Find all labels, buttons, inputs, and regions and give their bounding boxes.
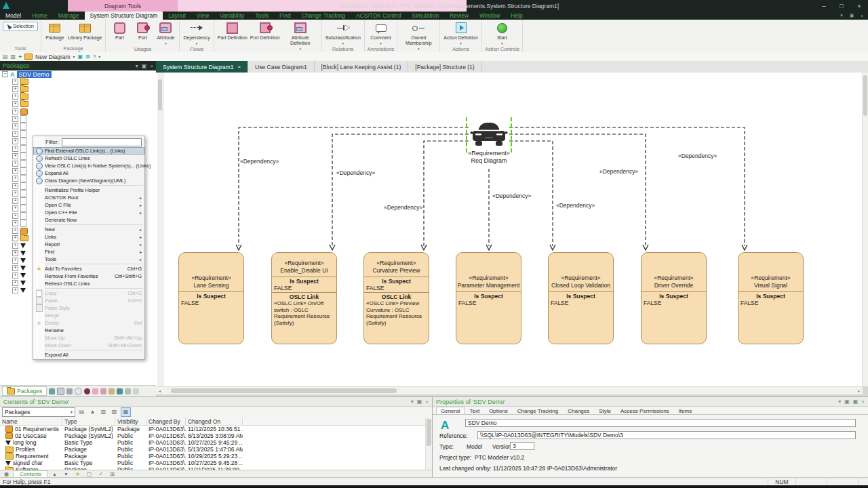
- collapse-box-icon[interactable]: −: [2, 71, 8, 77]
- context-menu-merge[interactable]: Merge: [33, 312, 144, 319]
- profile-tools-icon[interactable]: [49, 388, 55, 394]
- close-button[interactable]: ×: [850, 0, 868, 12]
- details-view-icon[interactable]: ▦: [121, 407, 131, 417]
- restore-button[interactable]: □: [833, 0, 850, 12]
- mdi-restore-button[interactable]: ▣: [847, 12, 856, 20]
- car-icon[interactable]: [470, 120, 508, 148]
- requirement-node-parameter-management[interactable]: «Requirement»Parameter ManagementIs Susp…: [456, 252, 521, 344]
- ribbon-port-button[interactable]: Port: [132, 20, 153, 46]
- new-document-icon[interactable]: ▤: [3, 54, 8, 60]
- document-tab-use-case-diagram1[interactable]: Use Case Diagram1: [248, 61, 315, 73]
- float-panel-icon[interactable]: ▣: [844, 399, 850, 405]
- context-menu-find-external-oslc-link-s-links[interactable]: Find External OSLC Link(s)... (Links): [33, 147, 144, 155]
- reference-field[interactable]: [477, 431, 856, 439]
- column-header-changed-by[interactable]: Changed By: [146, 418, 186, 425]
- requirement-node-visual-signal[interactable]: «Requirement»Visual SignalIs SuspectFALS…: [738, 252, 804, 344]
- ribbon-attribute-definition-button[interactable]: Attribute Definition▾: [282, 20, 319, 52]
- menu-simulation[interactable]: Simulation: [407, 12, 445, 20]
- menu-home[interactable]: Home: [26, 12, 53, 20]
- panel-menu-caret-icon[interactable]: ▾: [136, 63, 138, 69]
- dictionary-icon[interactable]: [57, 388, 64, 395]
- ribbon-part-definition-button[interactable]: Part Definition: [217, 20, 248, 52]
- ribbon-attribute-button[interactable]: Attribute▾: [155, 20, 176, 46]
- group-view-icon[interactable]: ▥: [99, 408, 108, 416]
- expand-box-icon[interactable]: +: [12, 123, 18, 129]
- context-menu-delete[interactable]: DeleteDel: [33, 319, 144, 327]
- menu-view[interactable]: View: [191, 12, 214, 20]
- panel-close-icon[interactable]: ×: [150, 63, 153, 69]
- mdi-minimize-button[interactable]: ▾: [837, 12, 846, 20]
- tab-close-icon[interactable]: ×: [237, 64, 241, 70]
- expand-box-icon[interactable]: +: [12, 220, 18, 226]
- expand-box-icon[interactable]: +: [12, 86, 18, 92]
- expand-box-icon[interactable]: +: [12, 131, 18, 137]
- mdi-close-button[interactable]: ×: [857, 12, 867, 20]
- scroll-left-arrow-icon[interactable]: ◂: [156, 387, 163, 394]
- tree-item[interactable]: +: [0, 108, 156, 115]
- help-icon[interactable]: ?: [93, 54, 96, 60]
- menu-window[interactable]: Window: [474, 12, 505, 20]
- properties-tab-style[interactable]: Style: [594, 407, 616, 414]
- expand-box-icon[interactable]: +: [12, 243, 18, 249]
- requirement-node-curvature-preview[interactable]: «Requirement»Curvature PreviewIs Suspect…: [363, 252, 429, 344]
- open-document-icon[interactable]: ▥: [11, 54, 16, 60]
- tree-root-label[interactable]: SDV Demo: [17, 71, 52, 78]
- expand-box-icon[interactable]: +: [12, 183, 18, 189]
- diagram-canvas[interactable]: «Requirement» Req Diagram «Requirement»L…: [156, 73, 863, 386]
- expand-box-icon[interactable]: +: [12, 228, 18, 234]
- name-field[interactable]: [465, 419, 856, 427]
- filter-input[interactable]: [62, 138, 142, 146]
- tree-item[interactable]: +: [0, 123, 156, 130]
- context-menu-expand-all[interactable]: Expand All: [33, 169, 144, 177]
- document-tab-block-lane-keeping-assist-1[interactable]: [Block] Lane Keeping Assist (1): [315, 61, 409, 73]
- expand-box-icon[interactable]: +: [12, 213, 18, 219]
- sort-ascending-icon[interactable]: ▲: [88, 408, 97, 416]
- contents-scrollbar[interactable]: [425, 418, 432, 470]
- context-menu-report[interactable]: Report▸: [33, 241, 144, 248]
- context-menu-paste-style[interactable]: Paste Style: [33, 304, 144, 312]
- ribbon-dependency-button[interactable]: Dependency▾: [182, 20, 210, 46]
- expand-box-icon[interactable]: +: [12, 94, 18, 100]
- context-menu-class-diagram-new-diagram-uml[interactable]: Class Diagram (New\Diagram)(UML): [33, 177, 144, 184]
- menu-model[interactable]: Model: [0, 12, 26, 20]
- document-tab-package-structure-1[interactable]: [Package] Structure (1): [408, 61, 481, 73]
- hierarchy-icon[interactable]: [66, 388, 73, 394]
- menu-find[interactable]: Find: [274, 12, 296, 20]
- plug-tool-icon[interactable]: [133, 388, 139, 394]
- properties-tab-general[interactable]: General: [436, 407, 465, 414]
- expand-box-icon[interactable]: +: [12, 146, 18, 152]
- diagram-report-icon[interactable]: ▣: [78, 54, 83, 60]
- properties-tab-items[interactable]: Items: [674, 407, 697, 414]
- context-menu-generate-now[interactable]: Generate Now: [33, 216, 144, 224]
- context-menu-reinitialize-profile-helper[interactable]: Reinitialize Profile Helper: [33, 186, 144, 194]
- menu-help[interactable]: Help: [505, 12, 528, 20]
- properties-tab-access-permissions[interactable]: Access Permissions: [616, 407, 674, 414]
- expand-box-icon[interactable]: +: [12, 168, 18, 174]
- column-header-name[interactable]: Name: [0, 418, 62, 425]
- menu-manage[interactable]: Manage: [53, 12, 85, 20]
- ribbon-package-button[interactable]: Package: [44, 20, 66, 45]
- hand-tool-icon[interactable]: [108, 388, 115, 394]
- table-row[interactable]: signed charBasic TypePublicIP-0A013D63\.…: [0, 460, 426, 466]
- panel-menu-caret-icon[interactable]: ▾: [838, 399, 841, 405]
- expand-box-icon[interactable]: +: [12, 190, 18, 197]
- context-menu-expand-all[interactable]: Expand All: [33, 351, 144, 359]
- menu-acs-tdk-control[interactable]: ACS/TDK Control: [351, 12, 407, 20]
- ribbon-comment-button[interactable]: Comment▾: [370, 20, 391, 46]
- ribbon-selection-button[interactable]: Selection: [3, 22, 38, 31]
- context-menu-refresh-oslc-links[interactable]: Refresh OSLC Links: [33, 155, 144, 162]
- panel-close-icon[interactable]: ×: [861, 399, 865, 405]
- pin-icon[interactable]: ▣: [417, 399, 422, 405]
- vertical-scrollbar-right[interactable]: [862, 73, 868, 386]
- requirement-node-enable-disable-ui[interactable]: «Requirement»Enable_Disable UIIs Suspect…: [271, 252, 337, 344]
- context-menu-view-oslc-link-s-in-native-system-s-links[interactable]: View OSLC Link(s) in Native System(s)...…: [33, 162, 144, 169]
- menu-layout[interactable]: Layout: [163, 12, 191, 20]
- ribbon-action-definition-button[interactable]: Action Definition▾: [443, 20, 479, 46]
- context-menu-remove-from-favorites[interactable]: Remove From FavoritesCtrl+Shift+G: [33, 272, 144, 280]
- expand-box-icon[interactable]: +: [12, 235, 18, 241]
- expand-box-icon[interactable]: +: [12, 198, 18, 204]
- requirement-node-closed-loop-validation[interactable]: «Requirement»Closed Loop ValidationIs Su…: [548, 252, 614, 344]
- context-menu-find[interactable]: Find▸: [33, 248, 144, 256]
- expand-box-icon[interactable]: +: [12, 265, 18, 271]
- context-menu-refresh-oslc-links[interactable]: Refresh OSLC Links: [33, 280, 144, 287]
